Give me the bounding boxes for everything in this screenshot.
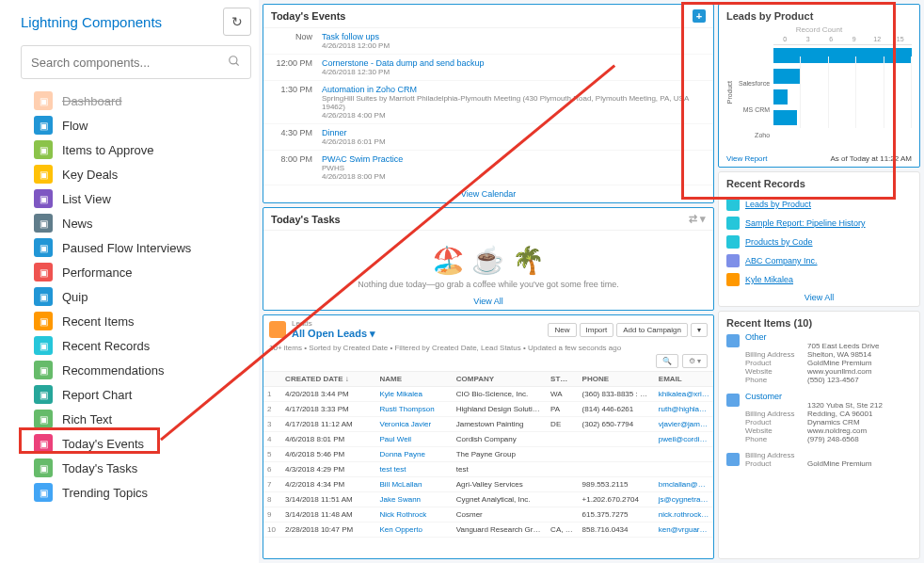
record-icon [726,254,740,267]
component-icon: ▣ [34,140,53,159]
event-row[interactable]: 1:30 PMAutomation in Zoho CRMSpringHill … [263,81,713,124]
event-row[interactable]: 8:00 PMPWAC Swim PracticePWHS4/26/2018 8… [263,151,713,185]
chart-subtitle: Record Count [726,25,912,34]
refresh-button[interactable]: ↻ [223,8,251,36]
table-row[interactable]: 93/14/2018 11:48 AMNick RothrockCosmer61… [263,507,713,523]
recent-record-item[interactable]: Sample Report: Pipeline History [719,214,919,233]
tasks-view-all-link[interactable]: View All [263,293,713,310]
svg-point-0 [230,56,237,63]
table-row[interactable]: 74/2/2018 4:34 PMBill McLallanAgri-Valle… [263,477,713,492]
component-icon: ▣ [34,458,53,477]
refresh-icon: ↻ [231,14,243,29]
chart-title: Leads by Product [726,10,912,22]
sidebar-item-news[interactable]: ▣News [21,211,251,235]
leads-subtext: 10+ items • Sorted by Created Date • Fil… [263,344,713,354]
sidebar-item-rich-text[interactable]: ▣Rich Text [21,407,251,431]
recent-record-item[interactable]: ABC Company Inc. [719,251,919,270]
sidebar-item-flow[interactable]: ▣Flow [21,113,251,137]
search-icon [228,55,241,71]
leads-col[interactable]: NAME [375,372,452,387]
search-components-input[interactable] [31,56,228,70]
record-icon [726,273,740,286]
sidebar-item-report-chart[interactable]: ▣Report Chart [21,382,251,407]
recent-records-view-all[interactable]: View All [719,289,919,306]
leads-title[interactable]: All Open Leads ▾ [292,328,375,340]
tasks-menu-icon[interactable]: ⇄ ▾ [689,213,706,225]
leads-col[interactable]: CREATED DATE ↓ [281,372,375,387]
component-icon: ▣ [34,287,53,306]
item-icon [726,334,740,347]
tasks-empty-illustration: 🏖️ ☕ 🌴 [273,240,704,280]
recent-record-item[interactable]: Kyle Mikalea [719,270,919,289]
leads-col[interactable]: COMPANY [453,372,547,387]
events-header: Today's Events + [263,5,713,28]
sidebar-item-today-s-events[interactable]: ▣Today's Events [21,431,251,456]
sidebar-item-items-to-approve[interactable]: ▣Items to Approve [21,137,251,162]
component-icon: ▣ [34,434,53,453]
leads-col[interactable]: PHONE [579,372,655,387]
component-icon: ▣ [34,312,53,330]
component-icon: ▣ [34,238,53,257]
sidebar-item-quip[interactable]: ▣Quip [21,284,251,309]
leads-settings-icon[interactable]: ⚙ ▾ [682,354,708,368]
event-row[interactable]: NowTask follow ups4/26/2018 12:00 PM [263,28,713,55]
leads-search-icon[interactable]: 🔍 [656,354,678,368]
search-components-input-wrap[interactable] [21,45,251,79]
component-icon: ▣ [34,165,53,184]
table-row[interactable]: 54/6/2018 5:46 PMDonna PayneThe Payne Gr… [263,447,713,462]
view-report-link[interactable]: View Report [726,154,767,163]
leads-col[interactable] [263,372,281,387]
sidebar-item-key-deals[interactable]: ▣Key Deals [21,162,251,186]
leads-more-button[interactable]: ▾ [691,323,708,337]
sidebar-item-trending-topics[interactable]: ▣Trending Topics [21,480,251,505]
sidebar-item-recommendations[interactable]: ▣Recommendations [21,358,251,382]
tasks-empty-text: Nothing due today—go grab a coffee while… [273,280,704,289]
leads-add-campaign-button[interactable]: Add to Campaign [616,323,688,337]
table-row[interactable]: 102/28/2018 10:47 PMKen OppertoVanguard … [263,523,713,538]
table-row[interactable]: 34/17/2018 11:12 AMVeronica JavierJamest… [263,417,713,432]
component-icon: ▣ [34,91,53,110]
chart-y-label: Product [726,81,733,104]
view-calendar-link[interactable]: View Calendar [263,185,713,202]
table-row[interactable]: 44/6/2018 8:01 PMPaul WeilCordish Compan… [263,432,713,447]
recent-record-item[interactable]: Leads by Product [719,195,919,214]
sidebar-item-dashboard[interactable]: ▣Dashboard [21,88,251,113]
sidebar-item-recent-items[interactable]: ▣Recent Items [21,309,251,333]
sidebar-item-paused-flow-interviews[interactable]: ▣Paused Flow Interviews [21,235,251,260]
recent-item-block[interactable]: Other705 East Leeds DriveBilling Address… [719,330,919,390]
leads-col[interactable]: ST… [547,372,578,387]
component-icon: ▣ [34,336,53,355]
sidebar-item-today-s-tasks[interactable]: ▣Today's Tasks [21,456,251,480]
table-row[interactable]: 64/3/2018 4:29 PMtest testtest [263,462,713,477]
item-icon [726,453,740,466]
table-row[interactable]: 83/14/2018 11:51 AMJake SwannCygnet Anal… [263,492,713,507]
leads-col[interactable]: EMAIL [655,372,713,387]
component-icon: ▣ [34,263,53,282]
leads-new-button[interactable]: New [548,323,576,337]
leads-import-button[interactable]: Import [580,323,614,337]
event-row[interactable]: 4:30 PMDinner4/26/2018 6:01 PM [263,124,713,151]
table-row[interactable]: 14/20/2018 3:44 PMKyle MikaleaCIO Bio-Sc… [263,387,713,402]
component-icon: ▣ [34,189,53,208]
table-row[interactable]: 24/17/2018 3:33 PMRusti ThompsonHighland… [263,402,713,417]
leads-icon [269,321,286,338]
recent-item-block[interactable]: Billing AddressProductGoldMine Premium [719,449,919,474]
sidebar-item-performance[interactable]: ▣Performance [21,260,251,284]
sidebar-item-list-view[interactable]: ▣List View [21,186,251,211]
recent-records-title: Recent Records [719,172,919,195]
component-icon: ▣ [34,116,53,135]
item-icon [726,394,740,407]
record-icon [726,217,740,230]
sidebar-title: Lightning Components [21,14,162,30]
chart-timestamp: As of Today at 11:22 AM [830,154,912,163]
event-row[interactable]: 12:00 PMCornerstone - Data dump and send… [263,55,713,81]
component-icon: ▣ [34,483,53,502]
add-event-button[interactable]: + [693,9,706,23]
svg-line-1 [236,62,239,65]
recent-record-item[interactable]: Products by Code [719,233,919,251]
record-icon [726,198,740,211]
recent-items-title: Recent Items (10) [719,312,919,330]
sidebar-item-recent-records[interactable]: ▣Recent Records [21,333,251,358]
recent-item-block[interactable]: Customer1320 Yuba St, Ste 212Billing Add… [719,390,919,449]
component-icon: ▣ [34,214,53,233]
